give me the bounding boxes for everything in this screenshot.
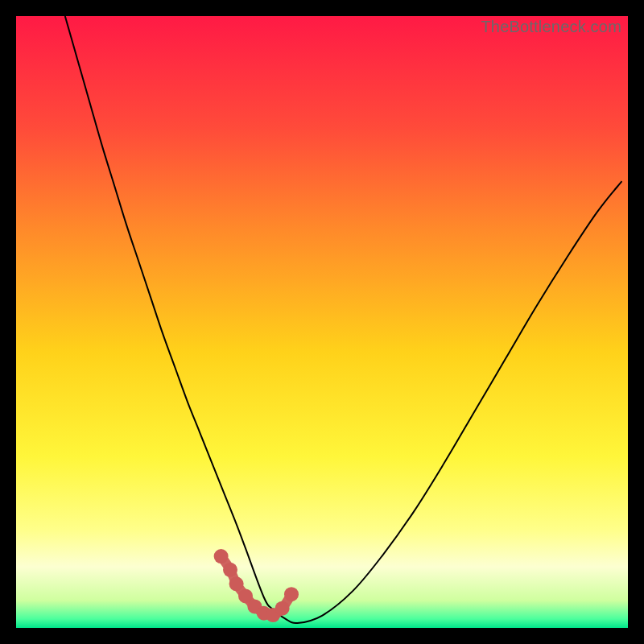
chart-svg [16, 16, 628, 628]
watermark-text: TheBottleneck.com [481, 18, 621, 36]
highlight-dot [229, 576, 244, 591]
gradient-background [16, 16, 628, 628]
highlight-dot [223, 563, 237, 577]
highlight-dot [214, 549, 229, 564]
highlight-dot [275, 601, 290, 616]
highlight-dot [284, 587, 299, 601]
chart-frame: TheBottleneck.com [16, 16, 628, 628]
